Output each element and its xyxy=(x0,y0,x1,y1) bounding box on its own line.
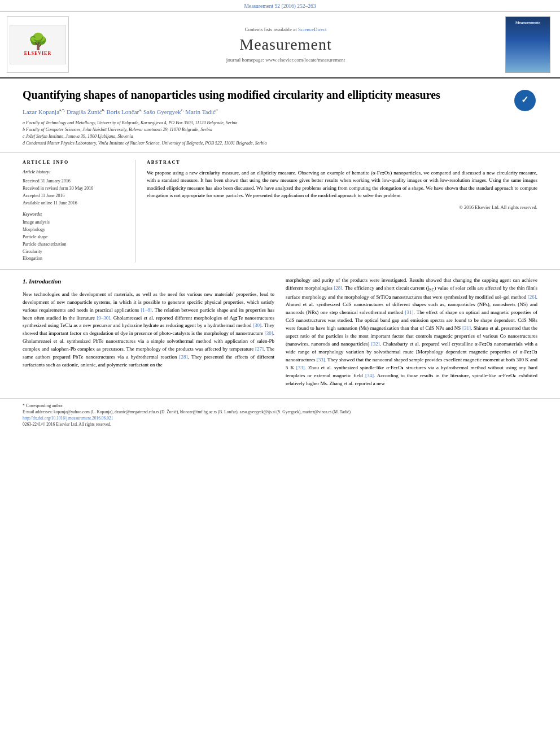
ref-28b[interactable]: [28] xyxy=(334,285,342,291)
keywords-label: Keywords: xyxy=(23,212,129,217)
article-info-heading: ARTICLE INFO xyxy=(23,160,129,165)
affiliations: a Faculty of Technology and Metallurgy, … xyxy=(23,120,537,147)
ref-9-30[interactable]: [9–30] xyxy=(97,315,110,321)
ref-33b[interactable]: [33] xyxy=(296,365,305,370)
body-section: 1. Introduction New technologies and the… xyxy=(0,270,560,398)
sciencedirect-line: Contents lists available at ScienceDirec… xyxy=(245,27,327,32)
affiliation-d: d Condensed Matter Physics Laboratory, V… xyxy=(23,140,537,147)
affiliation-a: a Faculty of Technology and Metallurgy, … xyxy=(23,120,537,126)
abstract-col: ABSTRACT We propose using a new circular… xyxy=(147,160,537,263)
author5-link[interactable]: Marin Tadić xyxy=(185,108,216,115)
elsevier-tree-icon: 🌳 xyxy=(28,34,48,50)
revised-date: Received in revised form 30 May 2016 xyxy=(23,185,129,191)
journal-homepage: journal homepage: www.elsevier.com/locat… xyxy=(226,57,345,63)
ref-31a[interactable]: [31] xyxy=(405,309,413,315)
cover-image: Measurements xyxy=(505,16,550,73)
keyword-2: Morphology xyxy=(23,226,129,234)
author1-link[interactable]: Lazar Kopanja xyxy=(23,108,59,115)
ref-31b[interactable]: [31] xyxy=(462,325,471,331)
body-col-right: morphology and purity of the products we… xyxy=(286,277,537,391)
abstract-text: We propose using a new circularity measu… xyxy=(147,169,537,200)
paper-title: Quantifying shapes of nanoparticles usin… xyxy=(23,88,537,102)
body-col-left: 1. Introduction New technologies and the… xyxy=(23,277,274,391)
journal-info-center: Contents lists available at ScienceDirec… xyxy=(75,16,497,73)
crossmark-icon: ✓ xyxy=(514,90,536,111)
journal-cover: Measurements xyxy=(502,16,553,73)
abstract-heading: ABSTRACT xyxy=(147,160,537,165)
doi-link[interactable]: http://dx.doi.org/10.1016/j.measurement.… xyxy=(23,416,537,421)
author2-link[interactable]: Dragiša Žunić xyxy=(67,108,102,115)
publisher-logo: 🌳 ELSEVIER xyxy=(7,16,69,73)
author4-link[interactable]: Sašo Gyergyek xyxy=(143,108,181,115)
intro-title: 1. Introduction xyxy=(23,277,274,286)
email-footnote: E-mail addresses: kopanja@yahoo.com (L. … xyxy=(23,409,537,414)
affiliation-c: c Jožef Stefan Institute, Jamova 39, 100… xyxy=(23,133,537,140)
intro-para-2: morphology and purity of the products we… xyxy=(286,277,537,388)
article-info-col: ARTICLE INFO Article history: Received 3… xyxy=(23,160,135,263)
ref-28[interactable]: [28] xyxy=(180,354,188,360)
elsevier-label: ELSEVIER xyxy=(24,51,51,56)
paper-header: Quantifying shapes of nanoparticles usin… xyxy=(0,78,560,153)
copyright-notice: © 2016 Elsevier Ltd. All rights reserved… xyxy=(147,204,537,210)
keyword-4: Particle characterization xyxy=(23,241,129,248)
sciencedirect-link[interactable]: ScienceDirect xyxy=(298,27,326,32)
ref-26[interactable]: [26] xyxy=(528,294,536,300)
received-date: Received 31 January 2016 xyxy=(23,178,129,184)
history-label: Article history: xyxy=(23,169,129,174)
footer-copyright: 0263-2241/© 2016 Elsevier Ltd. All right… xyxy=(23,422,537,427)
keyword-6: Elongation xyxy=(23,255,129,263)
affiliation-b: b Faculty of Computer Sciences, John Nai… xyxy=(23,126,537,133)
journal-header: 🌳 ELSEVIER Contents lists available at S… xyxy=(0,12,560,78)
journal-citation: Measurement 92 (2016) 252–263 xyxy=(0,0,560,12)
corresponding-note: * Corresponding author. xyxy=(23,403,537,408)
author3-link[interactable]: Boris Lončar xyxy=(107,108,139,115)
available-date: Available online 11 June 2016 xyxy=(23,200,129,206)
keyword-3: Particle shape xyxy=(23,234,129,241)
article-info-abstract: ARTICLE INFO Article history: Received 3… xyxy=(0,153,560,270)
authors-line: Lazar Kopanjaa,*, Dragiša Žunićb, Boris … xyxy=(23,108,537,115)
ref-30b[interactable]: [30] xyxy=(265,330,273,336)
ref-33a[interactable]: [33] xyxy=(317,357,325,362)
ref-1-8[interactable]: [1–8] xyxy=(141,307,152,313)
crossmark-badge[interactable]: ✓ xyxy=(512,88,537,113)
intro-para-1: New technologies and the development of … xyxy=(23,291,274,369)
ref-34[interactable]: [34] xyxy=(365,373,374,378)
footer: * Corresponding author. E-mail addresses… xyxy=(0,398,560,429)
ref-27[interactable]: [27] xyxy=(255,346,264,352)
ref-30a[interactable]: [30] xyxy=(253,322,261,328)
elsevier-logo-box: 🌳 ELSEVIER xyxy=(10,25,66,64)
accepted-date: Accepted 11 June 2016 xyxy=(23,193,129,199)
journal-title: Measurement xyxy=(239,36,331,54)
keyword-5: Circularity xyxy=(23,248,129,256)
keyword-1: Image analysis xyxy=(23,219,129,226)
ref-32[interactable]: [32] xyxy=(371,341,380,347)
